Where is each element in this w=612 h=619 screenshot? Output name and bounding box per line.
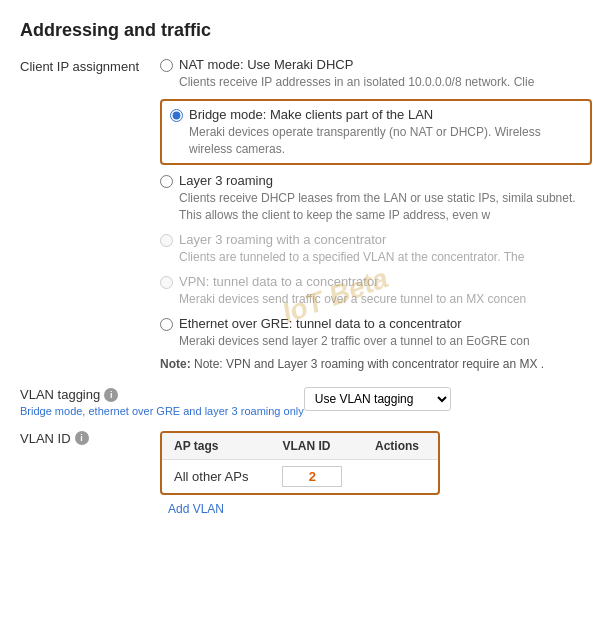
client-ip-label: Client IP assignment	[20, 57, 160, 371]
vlan-tagging-select[interactable]: Use VLAN tagging	[304, 387, 451, 411]
bridge-mode-radio[interactable]	[170, 109, 183, 122]
layer3-concentrator-radio[interactable]	[160, 234, 173, 247]
client-ip-assignment-row: Client IP assignment NAT mode: Use Merak…	[20, 57, 592, 371]
page-title: Addressing and traffic	[20, 20, 592, 41]
layer3-title: Layer 3 roaming	[179, 173, 592, 188]
vlan-table: AP tags VLAN ID Actions All other APs	[162, 433, 438, 493]
vlan-id-cell	[270, 459, 363, 493]
vlan-id-field[interactable]	[282, 466, 342, 487]
client-ip-options: NAT mode: Use Meraki DHCP Clients receiv…	[160, 57, 592, 371]
nat-mode-radio[interactable]	[160, 59, 173, 72]
vlan-table-header: AP tags VLAN ID Actions	[162, 433, 438, 460]
layer3-radio[interactable]	[160, 175, 173, 188]
eogre-desc: Meraki devices send layer 2 traffic over…	[179, 333, 592, 350]
nat-mode-title: NAT mode: Use Meraki DHCP	[179, 57, 592, 72]
vlan-id-label: VLAN ID	[20, 431, 71, 446]
concentrator-note: Note: Note: VPN and Layer 3 roaming with…	[160, 357, 592, 371]
vlan-tagging-row: VLAN tagging i Bridge mode, ethernet ove…	[20, 387, 592, 418]
layer3-concentrator-desc: Clients are tunneled to a specified VLAN…	[179, 249, 592, 266]
nat-mode-option: NAT mode: Use Meraki DHCP Clients receiv…	[160, 57, 592, 91]
layer3-desc: Clients receive DHCP leases from the LAN…	[179, 190, 592, 224]
eogre-title: Ethernet over GRE: tunnel data to a conc…	[179, 316, 592, 331]
add-vlan-link[interactable]: Add VLAN	[168, 502, 224, 516]
bridge-mode-option: Bridge mode: Make clients part of the LA…	[160, 99, 592, 166]
vlan-tagging-info-icon[interactable]: i	[104, 388, 118, 402]
vlan-tagging-select-wrapper: Use VLAN tagging	[304, 387, 451, 411]
nat-mode-desc: Clients receive IP addresses in an isola…	[179, 74, 592, 91]
eogre-option: Ethernet over GRE: tunnel data to a conc…	[160, 316, 592, 350]
vlan-id-info-icon[interactable]: i	[75, 431, 89, 445]
actions-cell	[363, 459, 438, 493]
vlan-tagging-sublabel: Bridge mode, ethernet over GRE and layer…	[20, 404, 304, 418]
layer3-concentrator-option: Layer 3 roaming with a concentrator Clie…	[160, 232, 592, 266]
col-vlan-id: VLAN ID	[270, 433, 363, 460]
layer3-concentrator-title: Layer 3 roaming with a concentrator	[179, 232, 592, 247]
vpn-option: VPN: tunnel data to a concentrator Merak…	[160, 274, 592, 308]
vpn-title: VPN: tunnel data to a concentrator	[179, 274, 592, 289]
vpn-radio[interactable]	[160, 276, 173, 289]
vlan-tagging-label: VLAN tagging i	[20, 387, 304, 402]
col-ap-tags: AP tags	[162, 433, 270, 460]
vlan-id-section: VLAN ID i AP tags VLAN ID Actions All ot	[20, 431, 592, 516]
col-actions: Actions	[363, 433, 438, 460]
vlan-table-container: AP tags VLAN ID Actions All other APs	[160, 431, 440, 495]
eogre-radio[interactable]	[160, 318, 173, 331]
bridge-mode-desc: Meraki devices operate transparently (no…	[189, 124, 582, 158]
layer3-option: Layer 3 roaming Clients receive DHCP lea…	[160, 173, 592, 224]
table-row: All other APs	[162, 459, 438, 493]
ap-tags-cell: All other APs	[162, 459, 270, 493]
bridge-mode-title: Bridge mode: Make clients part of the LA…	[189, 107, 582, 122]
vpn-desc: Meraki devices send traffic over a secur…	[179, 291, 592, 308]
